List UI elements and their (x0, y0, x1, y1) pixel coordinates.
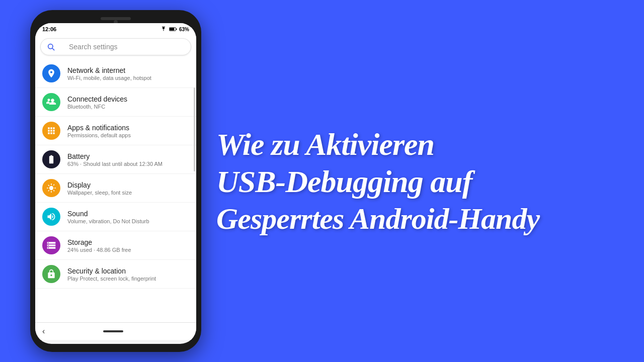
phone-body: 12:06 63% (30, 10, 201, 352)
security-text: Security & locationPlay Protect, screen … (67, 267, 189, 282)
title-line-3: Gesperrtes Android-Handy (216, 200, 629, 236)
search-placeholder: Search settings (59, 43, 118, 51)
storage-subtitle: 24% used · 48.86 GB free (67, 247, 189, 253)
security-icon (42, 265, 60, 283)
network-title: Network & internet (67, 66, 189, 74)
settings-item-display[interactable]: DisplayWallpaper, sleep, font size (35, 174, 196, 203)
search-bar[interactable]: Search settings (40, 38, 191, 55)
title-line-1: Wie zu Aktivieren (216, 126, 629, 163)
battery-text: Battery63% · Should last until about 12:… (67, 152, 189, 167)
settings-list: Network & internetWi-Fi, mobile, data us… (35, 59, 196, 322)
storage-icon (42, 236, 60, 254)
svg-line-4 (52, 48, 54, 50)
settings-item-storage[interactable]: Storage24% used · 48.86 GB free (35, 231, 196, 260)
sound-icon (42, 208, 60, 226)
svg-rect-2 (170, 28, 175, 31)
settings-scroll-area: Network & internetWi-Fi, mobile, data us… (35, 59, 196, 340)
settings-item-security[interactable]: Security & locationPlay Protect, screen … (35, 260, 196, 289)
battery-percent: 63% (179, 27, 189, 32)
display-icon (42, 179, 60, 197)
storage-text: Storage24% used · 48.86 GB free (67, 238, 189, 253)
security-title: Security & location (67, 267, 189, 275)
sound-subtitle: Volume, vibration, Do Not Disturb (67, 218, 189, 224)
back-icon[interactable]: ‹ (42, 327, 45, 336)
battery-icon (169, 27, 177, 32)
svg-rect-1 (176, 29, 177, 30)
status-icons: 63% (160, 27, 189, 32)
security-subtitle: Play Protect, screen lock, fingerprint (67, 276, 189, 282)
network-text: Network & internetWi-Fi, mobile, data us… (67, 66, 189, 81)
phone-mockup: 12:06 63% (30, 10, 201, 352)
apps-title: Apps & notifications (67, 124, 189, 132)
settings-item-connected[interactable]: Connected devicesBluetooth, NFC (35, 88, 196, 117)
search-container: Search settings (35, 34, 196, 59)
status-bar: 12:06 63% (35, 23, 196, 34)
apps-text: Apps & notificationsPermissions, default… (67, 124, 189, 138)
sound-text: SoundVolume, vibration, Do Not Disturb (67, 210, 189, 224)
sound-title: Sound (67, 210, 189, 218)
connected-icon (42, 93, 60, 111)
settings-item-network[interactable]: Network & internetWi-Fi, mobile, data us… (35, 59, 196, 88)
display-title: Display (67, 181, 189, 189)
connected-title: Connected devices (67, 95, 189, 103)
display-text: DisplayWallpaper, sleep, font size (67, 181, 189, 196)
settings-item-battery[interactable]: Battery63% · Should last until about 12:… (35, 145, 196, 174)
network-subtitle: Wi-Fi, mobile, data usage, hotspot (67, 75, 189, 81)
connected-text: Connected devicesBluetooth, NFC (67, 95, 189, 110)
storage-title: Storage (67, 238, 189, 246)
display-subtitle: Wallpaper, sleep, font size (67, 190, 189, 196)
settings-item-sound[interactable]: SoundVolume, vibration, Do Not Disturb (35, 203, 196, 231)
home-indicator[interactable] (103, 330, 123, 332)
apps-subtitle: Permissions, default apps (67, 132, 189, 138)
main-title: Wie zu Aktivieren USB-Debugging auf Gesp… (216, 126, 629, 237)
apps-icon (42, 122, 60, 140)
battery-subtitle: 63% · Should last until about 12:30 AM (67, 161, 189, 167)
network-icon (42, 64, 60, 82)
battery-icon (42, 150, 60, 168)
scrollbar (194, 87, 195, 171)
battery-title: Battery (67, 152, 189, 160)
wifi-icon (160, 27, 167, 32)
bottom-nav: ‹ (35, 322, 196, 340)
settings-item-apps[interactable]: Apps & notificationsPermissions, default… (35, 117, 196, 145)
connected-subtitle: Bluetooth, NFC (67, 104, 189, 110)
search-icon (47, 43, 55, 51)
title-line-2: USB-Debugging auf (216, 163, 629, 200)
status-time: 12:06 (42, 26, 56, 32)
phone-screen: 12:06 63% (35, 23, 196, 344)
